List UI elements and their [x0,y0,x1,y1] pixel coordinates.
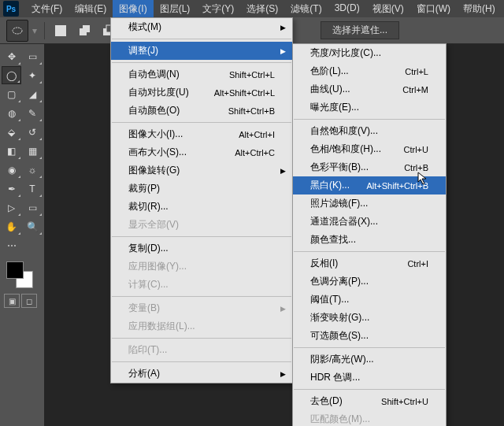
svg-point-0 [13,28,22,34]
rect-marquee-tool-icon[interactable]: ▭ [23,47,43,65]
app-icon: Ps [3,1,19,17]
menuitem[interactable]: 亮度/对比度(C)... [293,44,446,62]
hand-tool-icon[interactable]: ✋ [2,217,21,235]
menuitem[interactable]: 自动色调(N)Shift+Ctrl+L [111,65,292,83]
menu-3D[interactable]: 3D(D) [328,0,366,18]
svg-rect-2 [83,25,90,32]
menuitem[interactable]: 反相(I)Ctrl+I [293,254,446,272]
gradient-tool-icon[interactable]: ▦ [23,142,43,160]
menuitem[interactable]: 色调分离(P)... [293,272,446,291]
menuitem[interactable]: 复制(D)... [111,239,292,257]
menuitem[interactable]: 黑白(K)...Alt+Shift+Ctrl+B [293,176,446,194]
menuitem: 应用图像(Y)... [111,257,292,276]
menuitem[interactable]: 阈值(T)... [293,291,446,309]
menuitem: 变量(B)▶ [111,299,292,317]
crop-tool-icon[interactable]: ▢ [2,85,21,103]
menu-窗口[interactable]: 窗口(W) [410,0,457,18]
move-tool-icon[interactable]: ✥ [2,47,21,65]
menuitem[interactable]: 可选颜色(S)... [293,327,446,345]
blur-tool-icon[interactable]: ◉ [2,161,21,179]
menu-图像[interactable]: 图像(I) [113,0,153,18]
menuitem[interactable]: 渐变映射(G)... [293,309,446,327]
menuitem[interactable]: 色彩平衡(B)...Ctrl+B [293,158,446,176]
quick-mask-icon[interactable]: ▣◻ [2,294,43,308]
menuitem[interactable]: 画布大小(S)...Alt+Ctrl+C [111,143,292,161]
menu-文件[interactable]: 文件(F) [25,0,69,18]
image-menu: 模式(M)▶调整(J)▶自动色调(N)Shift+Ctrl+L自动对比度(U)A… [110,17,293,383]
menuitem: 计算(C)... [111,276,292,294]
history-brush-tool-icon[interactable]: ↺ [23,123,43,141]
stamp-tool-icon[interactable]: ⬙ [2,123,21,141]
brush-tool-icon[interactable]: ✎ [23,104,43,122]
menuitem[interactable]: 图像大小(I)...Alt+Ctrl+I [111,125,292,143]
menuitem[interactable]: 通道混合器(X)... [293,213,446,231]
menuitem: 应用数据组(L)... [111,317,292,335]
select-and-mask-button[interactable]: 选择并遮住... [321,21,399,39]
menuitem[interactable]: 自动颜色(O)Shift+Ctrl+B [111,102,292,120]
menuitem[interactable]: 裁切(R)... [111,198,292,216]
menuitem[interactable]: 自然饱和度(V)... [293,122,446,140]
menuitem[interactable]: 曲线(U)...Ctrl+M [293,80,446,98]
heal-tool-icon[interactable]: ◍ [2,104,21,122]
adjustments-submenu: 亮度/对比度(C)...色阶(L)...Ctrl+L曲线(U)...Ctrl+M… [292,43,447,426]
lasso-preset-icon[interactable] [6,20,28,42]
menuitem[interactable]: 照片滤镜(F)... [293,194,446,213]
menu-选择[interactable]: 选择(S) [240,0,284,18]
edit-tb-tool-icon[interactable]: ⋯ [2,236,21,254]
dodge-tool-icon[interactable]: ☼ [23,161,43,179]
menuitem[interactable]: 曝光度(E)... [293,98,446,117]
menuitem[interactable]: 自动对比度(U)Alt+Shift+Ctrl+L [111,83,292,102]
menu-文字[interactable]: 文字(Y) [196,0,240,18]
menuitem[interactable]: 去色(D)Shift+Ctrl+U [293,392,446,410]
menu-编辑[interactable]: 编辑(E) [69,0,113,18]
eraser-tool-icon[interactable]: ◧ [2,142,21,160]
menuitem[interactable]: 色相/饱和度(H)...Ctrl+U [293,140,446,158]
blank [23,236,43,254]
zoom-tool-icon[interactable]: 🔍 [23,217,43,235]
menuitem: 陷印(T)... [111,341,292,359]
pen-tool-icon[interactable]: ✒ [2,180,21,198]
rect-tool-icon[interactable]: ▭ [23,198,43,217]
menuitem[interactable]: 分析(A)▶ [111,365,292,383]
menuitem[interactable]: 色阶(L)...Ctrl+L [293,62,446,80]
menubar: Ps 文件(F)编辑(E)图像(I)图层(L)文字(Y)选择(S)滤镜(T)3D… [0,0,504,17]
toolbox: ✥▭◯✦▢◢◍✎⬙↺◧▦◉☼✒T▷▭✋🔍⋯▣◻ [0,44,44,426]
menu-视图[interactable]: 视图(V) [366,0,410,18]
magic-wand-tool-icon[interactable]: ✦ [23,66,43,84]
path-sel-tool-icon[interactable]: ▷ [2,198,21,217]
menuitem[interactable]: 图像旋转(G)▶ [111,161,292,180]
menuitem[interactable]: 模式(M)▶ [111,18,292,36]
selection-new-icon[interactable] [50,20,72,42]
menuitem[interactable]: HDR 色调... [293,369,446,387]
menu-滤镜[interactable]: 滤镜(T) [284,0,328,18]
selection-add-icon[interactable] [73,20,95,42]
menuitem: 显示全部(V) [111,216,292,234]
lasso-tool-icon[interactable]: ◯ [2,66,21,84]
menu-帮助[interactable]: 帮助(H) [457,0,502,18]
menuitem[interactable]: 裁剪(P) [111,180,292,198]
color-swatch[interactable] [2,260,43,291]
menuitem[interactable]: 阴影/高光(W)... [293,350,446,369]
menu-图层[interactable]: 图层(L) [154,0,197,18]
eyedropper-tool-icon[interactable]: ◢ [23,85,43,103]
menuitem: 匹配颜色(M)... [293,410,446,426]
type-tool-icon[interactable]: T [23,180,43,198]
menuitem[interactable]: 颜色查找... [293,231,446,249]
menuitem[interactable]: 调整(J)▶ [111,42,292,60]
